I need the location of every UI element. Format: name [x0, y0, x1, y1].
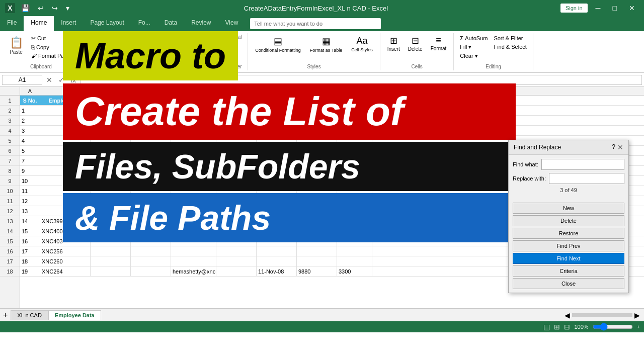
cell-g8[interactable] — [257, 166, 297, 175]
cell-a9[interactable]: 10 — [20, 176, 40, 186]
insert-button[interactable]: ⊞ Insert — [384, 34, 403, 53]
cell-d9[interactable] — [131, 176, 171, 186]
find-select-button[interactable]: Find & Select — [492, 43, 528, 51]
cell-d16[interactable] — [131, 246, 171, 256]
cell-h18[interactable]: 9880 — [297, 266, 337, 276]
cell-d14[interactable] — [131, 226, 171, 236]
tab-data[interactable]: Data — [157, 16, 184, 31]
format-button[interactable]: ≡ Format — [428, 34, 450, 52]
find-dialog-help-button[interactable]: ? — [612, 143, 615, 151]
cell-f3[interactable] — [216, 116, 257, 125]
normal-view-button[interactable]: ▤ — [543, 323, 550, 331]
cell-a15[interactable]: 16 — [20, 236, 40, 246]
copy-button[interactable]: ⎘ Copy — [29, 43, 77, 51]
cell-c1[interactable] — [91, 96, 131, 105]
cell-d5[interactable] — [131, 136, 171, 145]
scroll-left-button[interactable]: ◀ — [565, 311, 570, 319]
replace-with-input[interactable] — [549, 173, 624, 184]
cell-i4[interactable] — [337, 126, 372, 135]
font-size-input[interactable] — [147, 34, 166, 42]
cell-i2[interactable] — [337, 106, 372, 115]
cell-i9[interactable] — [337, 176, 372, 186]
cell-b18[interactable]: XNC264 — [40, 266, 91, 276]
sort-filter-button[interactable]: Sort & Filter — [492, 34, 528, 42]
tab-file[interactable]: File — [0, 16, 24, 31]
find-dialog-close-button[interactable]: ✕ — [617, 143, 623, 151]
cell-reference-box[interactable] — [2, 75, 42, 85]
qat-redo[interactable]: ↪ — [50, 3, 60, 13]
col-header-c[interactable]: C — [91, 87, 131, 95]
cell-a10[interactable]: 11 — [20, 186, 40, 196]
horizontal-scrollbar[interactable] — [572, 313, 632, 317]
format-painter-button[interactable]: 🖌 Format Painter — [29, 52, 77, 60]
page-break-view-button[interactable]: ⊟ — [564, 323, 570, 331]
cell-d17[interactable] — [131, 256, 171, 266]
cell-b17[interactable]: XNC260 — [40, 256, 91, 266]
cell-g6[interactable] — [257, 146, 297, 155]
zoom-in-button[interactable]: + — [637, 324, 640, 330]
find-prev-button[interactable]: Find Prev — [513, 240, 624, 251]
find-restore-button[interactable]: Restore — [513, 228, 624, 239]
cell-f9[interactable] — [216, 176, 257, 186]
cell-d2[interactable] — [131, 106, 171, 115]
cell-i3[interactable] — [337, 116, 372, 125]
cell-g9[interactable] — [257, 176, 297, 186]
cell-b9[interactable] — [40, 176, 91, 186]
cell-e8[interactable] — [171, 166, 216, 175]
cell-i13[interactable] — [337, 216, 372, 226]
cell-h3[interactable] — [297, 116, 337, 125]
cell-c8[interactable] — [91, 166, 131, 175]
cell-h11[interactable] — [297, 196, 337, 206]
cell-h8[interactable] — [297, 166, 337, 175]
cell-a17[interactable]: 18 — [20, 256, 40, 266]
col-header-b[interactable]: B — [40, 87, 91, 95]
page-layout-view-button[interactable]: ⊞ — [554, 323, 560, 331]
sheet-tab-employee-data[interactable]: Employee Data — [48, 310, 101, 320]
cell-h14[interactable] — [297, 226, 337, 236]
cell-h7[interactable] — [297, 156, 337, 165]
cell-c12[interactable] — [91, 206, 131, 216]
cell-b15[interactable]: XNC403 — [40, 236, 91, 246]
cell-a6[interactable]: 5 — [20, 146, 40, 155]
cell-i11[interactable] — [337, 196, 372, 206]
col-header-g[interactable]: G — [257, 87, 297, 95]
cell-f2[interactable] — [216, 106, 257, 115]
cell-a2[interactable]: 1 — [20, 106, 40, 115]
cell-e17[interactable] — [171, 256, 216, 266]
fill-color-button[interactable]: A — [128, 43, 138, 53]
qat-customize[interactable]: ▾ — [64, 3, 71, 13]
cell-d12[interactable] — [131, 206, 171, 216]
sign-in-button[interactable]: Sign in — [560, 4, 588, 13]
cell-e4[interactable] — [171, 126, 216, 135]
cell-i15[interactable] — [337, 236, 372, 246]
cell-h1[interactable]: Basic Salary — [297, 96, 337, 105]
cell-e14[interactable] — [171, 226, 216, 236]
autosum-button[interactable]: Σ AutoSum — [458, 34, 490, 42]
cell-c15[interactable] — [91, 236, 131, 246]
cell-a16[interactable]: 17 — [20, 246, 40, 256]
cell-b4[interactable] — [40, 126, 91, 135]
cell-b12[interactable] — [40, 206, 91, 216]
cell-c13[interactable] — [91, 216, 131, 226]
cell-d7[interactable] — [131, 156, 171, 165]
col-header-f[interactable]: F — [216, 87, 257, 95]
cell-h12[interactable] — [297, 206, 337, 216]
cell-g7[interactable] — [257, 156, 297, 165]
cell-i14[interactable] — [337, 226, 372, 236]
find-what-input[interactable] — [541, 159, 624, 170]
cell-e12[interactable] — [171, 206, 216, 216]
cell-h6[interactable] — [297, 146, 337, 155]
cell-a4[interactable]: 3 — [20, 126, 40, 135]
delete-button[interactable]: ⊟ Delete — [405, 34, 426, 53]
cell-i6[interactable] — [337, 146, 372, 155]
scroll-right-button[interactable]: ▶ — [634, 311, 640, 319]
cell-g17[interactable] — [257, 256, 297, 266]
cell-d11[interactable] — [131, 196, 171, 206]
cell-g11[interactable] — [257, 196, 297, 206]
cell-f17[interactable] — [216, 256, 257, 266]
decrease-font-button[interactable]: A↓ — [176, 35, 183, 42]
cell-a3[interactable]: 2 — [20, 116, 40, 125]
cell-g4[interactable] — [257, 126, 297, 135]
cell-d6[interactable] — [131, 146, 171, 155]
cell-a5[interactable]: 4 — [20, 136, 40, 145]
